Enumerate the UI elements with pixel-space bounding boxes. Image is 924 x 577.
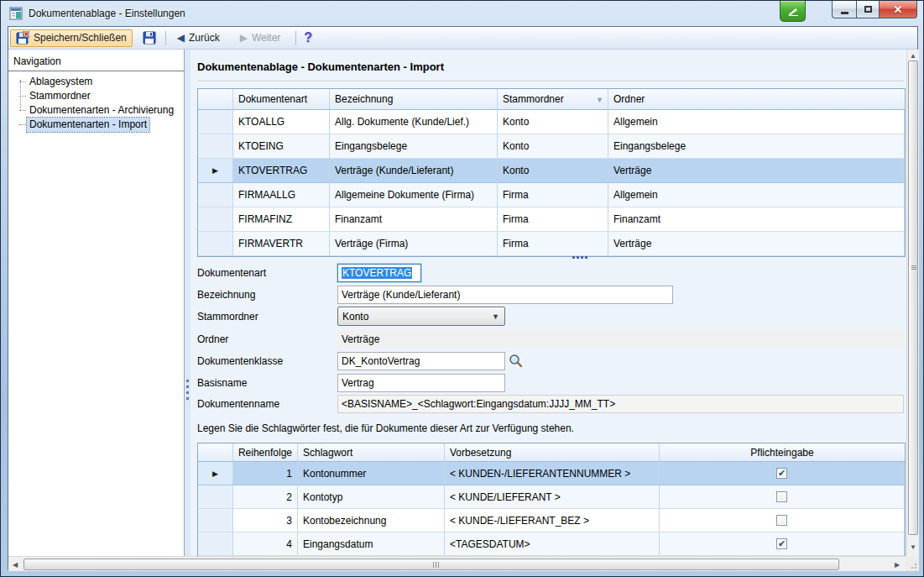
cell-stammordner[interactable]: Firma bbox=[498, 207, 608, 232]
column-header-bezeichnung[interactable]: Bezeichnung bbox=[330, 89, 498, 110]
pen-input-button[interactable] bbox=[780, 1, 806, 22]
cell-reihenfolge[interactable]: 2 bbox=[233, 485, 298, 509]
dokumentenklasse-input[interactable]: DK_KontoVertrag bbox=[337, 352, 505, 370]
cell-bezeichnung[interactable]: Eingangsbelege bbox=[330, 134, 498, 159]
cell-bezeichnung[interactable]: Verträge (Firma) bbox=[330, 232, 498, 256]
caption-buttons: ✕ bbox=[832, 1, 917, 18]
cell-vorbesetzung[interactable]: < KUNDE/LIEFERANT > bbox=[445, 485, 660, 509]
scroll-up-icon[interactable]: ▲ bbox=[910, 52, 916, 60]
back-button[interactable]: ◀ Zurück bbox=[172, 29, 225, 47]
cell-bezeichnung[interactable]: Allgemeine Dokumente (Firma) bbox=[330, 183, 498, 207]
row-selector[interactable] bbox=[198, 485, 233, 509]
column-header-schlagwort[interactable]: Schlagwort bbox=[298, 443, 445, 462]
main-panel: Dokumentenablage - Dokumentenarten - Imp… bbox=[191, 50, 906, 556]
save-close-button[interactable]: Speichern/Schließen bbox=[10, 29, 133, 47]
cell-schlagwort[interactable]: Kontobezeichnung bbox=[298, 509, 445, 532]
row-selector[interactable] bbox=[198, 134, 233, 159]
splitter-grip-icon bbox=[186, 380, 189, 403]
horizontal-scrollbar-thumb[interactable] bbox=[23, 559, 839, 570]
dokumentenname-field[interactable]: <BASISNAME>_<Schlagwort:Eingangsdatum:JJ… bbox=[337, 395, 904, 413]
column-header-vorbesetzung[interactable]: Vorbesetzung bbox=[445, 443, 660, 462]
current-row-arrow-icon: ▶ bbox=[212, 469, 218, 478]
bezeichnung-input[interactable]: Verträge (Kunde/Lieferant) bbox=[337, 286, 673, 304]
cell-dokumentenart[interactable]: FIRMAALLG bbox=[233, 183, 330, 207]
cell-ordner[interactable]: Verträge bbox=[608, 159, 905, 183]
cell-reihenfolge[interactable]: 3 bbox=[233, 509, 298, 532]
cell-stammordner[interactable]: Firma bbox=[498, 232, 608, 256]
help-button[interactable]: ? bbox=[304, 30, 312, 45]
stammordner-dropdown[interactable]: Konto▼ bbox=[337, 307, 505, 326]
vertical-scrollbar-thumb[interactable] bbox=[908, 60, 918, 535]
column-header-reihenfolge[interactable]: Reihenfolge bbox=[233, 443, 298, 462]
maximize-button[interactable] bbox=[856, 1, 879, 18]
scroll-left-icon[interactable]: ◀ bbox=[13, 561, 18, 569]
vertical-scrollbar[interactable]: ▲ ▼ bbox=[906, 50, 919, 556]
scroll-right-icon[interactable]: ▶ bbox=[895, 561, 900, 569]
cell-ordner[interactable]: Allgemein bbox=[608, 110, 905, 134]
app-icon bbox=[9, 7, 23, 20]
row-selector[interactable] bbox=[198, 532, 233, 556]
row-selector[interactable] bbox=[198, 110, 233, 134]
nav-item-dokumentenarten-import[interactable]: Dokumentenarten - Import bbox=[27, 118, 149, 132]
save-close-icon bbox=[16, 31, 29, 45]
cell-bezeichnung[interactable]: Verträge (Kunde/Lieferant) bbox=[330, 159, 498, 183]
cell-reihenfolge[interactable]: 1 bbox=[233, 462, 298, 485]
nav-item-ablagesystem[interactable]: Ablagesystem bbox=[27, 75, 95, 89]
close-button[interactable]: ✕ bbox=[879, 1, 917, 18]
save-icon bbox=[143, 31, 156, 45]
search-icon[interactable] bbox=[509, 354, 523, 368]
nav-item-stammordner[interactable]: Stammordner bbox=[27, 89, 93, 103]
cell-stammordner[interactable]: Konto bbox=[498, 110, 608, 134]
cell-pflichteingabe[interactable] bbox=[660, 509, 905, 532]
cell-ordner[interactable]: Eingangsbelege bbox=[608, 134, 905, 159]
nav-item-dokumentenarten-archivierung[interactable]: Dokumentenarten - Archivierung bbox=[27, 103, 176, 118]
horizontal-scrollbar[interactable]: ◀ ▶ bbox=[8, 556, 906, 571]
cell-schlagwort[interactable]: Kontotyp bbox=[298, 485, 445, 509]
panel-splitter[interactable] bbox=[185, 50, 191, 556]
cell-dokumentenart[interactable]: KTOVERTRAG bbox=[233, 159, 330, 183]
column-header-dokumentenart[interactable]: Dokumentenart bbox=[233, 89, 330, 110]
column-header-stammordner[interactable]: Stammordner▼ bbox=[498, 89, 608, 110]
cell-stammordner[interactable]: Konto bbox=[498, 159, 608, 183]
cell-stammordner[interactable]: Konto bbox=[498, 134, 608, 159]
basisname-input[interactable]: Vertrag bbox=[337, 374, 505, 392]
required-checkbox[interactable] bbox=[776, 491, 787, 502]
row-selector[interactable] bbox=[198, 207, 233, 232]
cell-ordner[interactable]: Finanzamt bbox=[608, 207, 905, 232]
cell-dokumentenart[interactable]: FIRMAFINZ bbox=[233, 207, 330, 232]
column-header-ordner[interactable]: Ordner bbox=[608, 89, 905, 110]
row-selector[interactable] bbox=[198, 509, 233, 532]
column-header-pflichteingabe[interactable]: Pflichteingabe bbox=[660, 443, 905, 462]
required-checkbox[interactable]: ✔ bbox=[776, 538, 787, 549]
cell-dokumentenart[interactable]: KTOALLG bbox=[233, 110, 330, 134]
row-selector[interactable] bbox=[198, 183, 233, 207]
required-checkbox[interactable] bbox=[776, 515, 787, 526]
cell-pflichteingabe[interactable] bbox=[660, 485, 905, 509]
cell-ordner[interactable]: Allgemein bbox=[608, 183, 905, 207]
cell-schlagwort[interactable]: Eingangsdatum bbox=[298, 532, 445, 556]
dokumentenart-input[interactable]: KTOVERTRAG bbox=[337, 264, 421, 282]
cell-pflichteingabe[interactable]: ✔ bbox=[660, 462, 905, 485]
filter-arrow-icon[interactable]: ▼ bbox=[596, 96, 603, 104]
save-button[interactable] bbox=[138, 29, 161, 47]
scroll-down-icon[interactable]: ▼ bbox=[910, 543, 916, 551]
cell-pflichteingabe[interactable]: ✔ bbox=[660, 532, 905, 556]
cell-bezeichnung[interactable]: Finanzamt bbox=[330, 207, 498, 232]
row-selector[interactable] bbox=[198, 232, 233, 256]
cell-vorbesetzung[interactable]: < KUNDEN-/LIEFERANTENNUMMER > bbox=[445, 462, 660, 485]
cell-bezeichnung[interactable]: Allg. Dokumente (Kunde/Lief.) bbox=[330, 110, 498, 134]
grid-splitter[interactable] bbox=[572, 256, 587, 259]
cell-schlagwort[interactable]: Kontonummer bbox=[298, 462, 445, 485]
cell-ordner[interactable]: Verträge bbox=[608, 232, 905, 256]
cell-dokumentenart[interactable]: KTOEING bbox=[233, 134, 330, 159]
cell-stammordner[interactable]: Firma bbox=[498, 183, 608, 207]
minimize-button[interactable] bbox=[832, 1, 856, 18]
resize-grip[interactable] bbox=[906, 556, 919, 571]
cell-dokumentenart[interactable]: FIRMAVERTR bbox=[233, 232, 330, 256]
titlebar[interactable]: Dokumentenablage - Einstellungen ✕ bbox=[1, 1, 923, 26]
cell-reihenfolge[interactable]: 4 bbox=[233, 532, 298, 556]
cell-vorbesetzung[interactable]: < KUNDE-/LIEFERANT_BEZ > bbox=[445, 509, 660, 532]
required-checkbox[interactable]: ✔ bbox=[776, 468, 787, 479]
cell-vorbesetzung[interactable]: <TAGESDATUM> bbox=[445, 532, 660, 556]
next-button[interactable]: ▶ Weiter bbox=[235, 29, 286, 47]
